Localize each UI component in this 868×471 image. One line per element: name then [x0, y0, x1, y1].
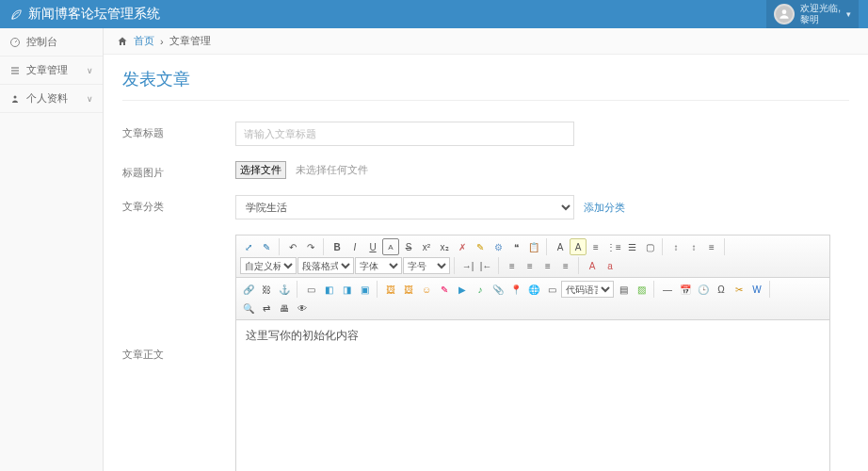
touppercase-icon[interactable]: A — [584, 257, 601, 274]
user-menu[interactable]: 欢迎光临, 黎明 ▾ — [766, 0, 859, 28]
fontborder-icon[interactable]: A — [382, 238, 399, 255]
imageleft-icon[interactable]: ◧ — [320, 281, 337, 298]
svg-point-0 — [782, 9, 787, 14]
print-icon[interactable]: 🖶 — [276, 300, 293, 317]
gmap-icon[interactable]: 🌐 — [525, 281, 542, 298]
background-icon[interactable]: ▨ — [633, 281, 650, 298]
source-icon[interactable]: ✎ — [258, 238, 275, 255]
user-icon — [9, 93, 21, 105]
leaf-icon — [9, 8, 23, 21]
link-icon[interactable]: 🔗 — [240, 281, 257, 298]
time-icon[interactable]: 🕒 — [695, 281, 712, 298]
undo-icon[interactable]: ↶ — [284, 238, 301, 255]
choose-file-button[interactable]: 选择文件 — [235, 161, 286, 179]
backcolor-icon[interactable]: A — [570, 238, 587, 255]
sidebar-item-profile[interactable]: 个人资料 ∨ — [0, 85, 103, 113]
insertframe-icon[interactable]: ▭ — [543, 281, 560, 298]
insertol-icon[interactable]: ≡ — [587, 238, 604, 255]
cleardoc-icon[interactable]: ▢ — [641, 238, 658, 255]
video-icon[interactable]: ▶ — [454, 281, 471, 298]
preview-icon[interactable]: 👁 — [294, 300, 311, 317]
rowspacingtop-icon[interactable]: ↕ — [667, 238, 684, 255]
align-left-icon[interactable]: ≡ — [504, 257, 521, 274]
spechars-icon[interactable]: Ω — [713, 281, 730, 298]
paragraph-select[interactable]: 段落格式 — [297, 257, 354, 274]
music-icon[interactable]: ♪ — [472, 281, 489, 298]
label-image: 标题图片 — [122, 161, 235, 180]
sidebar-item-console[interactable]: 控制台 — [0, 28, 103, 57]
label-body: 文章正文 — [122, 235, 235, 362]
template-icon[interactable]: ▤ — [615, 281, 632, 298]
sidebar-item-articles[interactable]: 文章管理 ∨ — [0, 57, 103, 85]
brand-title: 新闻博客论坛管理系统 — [28, 6, 160, 23]
font-size-select[interactable]: 字号 — [403, 257, 450, 274]
forecolor-icon[interactable]: A — [552, 238, 569, 255]
sidebar-item-label: 文章管理 — [26, 63, 81, 77]
imagecenter-icon[interactable]: ▣ — [356, 281, 373, 298]
superscript-icon[interactable]: x² — [418, 238, 435, 255]
article-title-input[interactable] — [235, 122, 574, 146]
scrawl-icon[interactable]: ✎ — [436, 281, 453, 298]
replace-icon[interactable]: ⇄ — [258, 300, 275, 317]
editor-toolbar-row1: ⤢ ✎ ↶ ↷ B I U A — [235, 235, 830, 278]
simpleupload-icon[interactable]: 🖼 — [382, 281, 399, 298]
underline-icon[interactable]: U — [364, 238, 381, 255]
imagenone-icon[interactable]: ▭ — [302, 281, 319, 298]
subscript-icon[interactable]: x₂ — [436, 238, 453, 255]
selectall-icon[interactable]: ☰ — [623, 238, 640, 255]
tolowercase-icon[interactable]: a — [602, 257, 619, 274]
sidebar-item-label: 个人资料 — [26, 91, 81, 106]
editor-body[interactable]: 这里写你的初始化内容 — [235, 320, 830, 471]
breadcrumb: 首页 › 文章管理 — [104, 28, 868, 55]
fullscreen-icon[interactable]: ⤢ — [240, 238, 257, 255]
rich-editor: ⤢ ✎ ↶ ↷ B I U A — [235, 235, 830, 471]
strikethrough-icon[interactable]: S — [400, 238, 417, 255]
hr-icon[interactable]: — — [659, 281, 676, 298]
emotion-icon[interactable]: ☺ — [418, 281, 435, 298]
code-lang-select[interactable]: 代码语言 — [561, 281, 614, 298]
label-title: 文章标题 — [122, 122, 235, 140]
chevron-down-icon: ∨ — [87, 66, 93, 75]
insertul-icon[interactable]: ⋮≡ — [605, 238, 622, 255]
avatar — [774, 4, 795, 24]
user-greeting: 欢迎光临, 黎明 — [800, 3, 841, 25]
file-hint: 未选择任何文件 — [296, 163, 368, 177]
top-banner: 新闻博客论坛管理系统 欢迎光临, 黎明 ▾ — [0, 0, 868, 28]
align-justify-icon[interactable]: ≡ — [557, 257, 574, 274]
search-icon[interactable]: 🔍 — [240, 300, 257, 317]
rowspacingbot-icon[interactable]: ↕ — [685, 238, 702, 255]
add-category-link[interactable]: 添加分类 — [584, 201, 625, 215]
breadcrumb-home[interactable]: 首页 — [134, 34, 154, 48]
insertimage-icon[interactable]: 🖼 — [400, 281, 417, 298]
category-select[interactable]: 学院生活 — [235, 195, 574, 219]
pasteplain-icon[interactable]: 📋 — [525, 238, 542, 255]
page-title: 发表文章 — [122, 68, 849, 101]
formatmatch-icon[interactable]: ✎ — [472, 238, 489, 255]
date-icon[interactable]: 📅 — [677, 281, 694, 298]
bold-icon[interactable]: B — [329, 238, 346, 255]
wordimage-icon[interactable]: W — [748, 281, 765, 298]
italic-icon[interactable]: I — [346, 238, 363, 255]
unlink-icon[interactable]: ⛓ — [258, 281, 275, 298]
font-family-select[interactable]: 字体 — [355, 257, 402, 274]
snapscreen-icon[interactable]: ✂ — [731, 281, 747, 298]
anchor-icon[interactable]: ⚓ — [276, 281, 293, 298]
chevron-down-icon: ▾ — [846, 9, 851, 19]
custom-title-select[interactable]: 自定义标题 — [240, 257, 297, 274]
blockquote-icon[interactable]: ❝ — [507, 238, 524, 255]
align-right-icon[interactable]: ≡ — [539, 257, 556, 274]
align-center-icon[interactable]: ≡ — [522, 257, 538, 274]
autotype-icon[interactable]: ⚙ — [490, 238, 506, 255]
editor-initial-text: 这里写你的初始化内容 — [246, 329, 359, 342]
imageright-icon[interactable]: ◨ — [338, 281, 355, 298]
indent-icon[interactable]: →| — [459, 257, 476, 274]
map-icon[interactable]: 📍 — [507, 281, 524, 298]
attachment-icon[interactable]: 📎 — [490, 281, 506, 298]
chevron-down-icon: ∨ — [87, 94, 93, 104]
removeformat-icon[interactable]: ✗ — [454, 238, 471, 255]
main-panel: 首页 › 文章管理 发表文章 文章标题 标题图片 选择文件 未选择任何文件 文章… — [104, 28, 868, 471]
redo-icon[interactable]: ↷ — [302, 238, 319, 255]
label-category: 文章分类 — [122, 195, 235, 214]
outdent-icon[interactable]: |← — [477, 257, 494, 274]
lineheight-icon[interactable]: ≡ — [703, 238, 720, 255]
